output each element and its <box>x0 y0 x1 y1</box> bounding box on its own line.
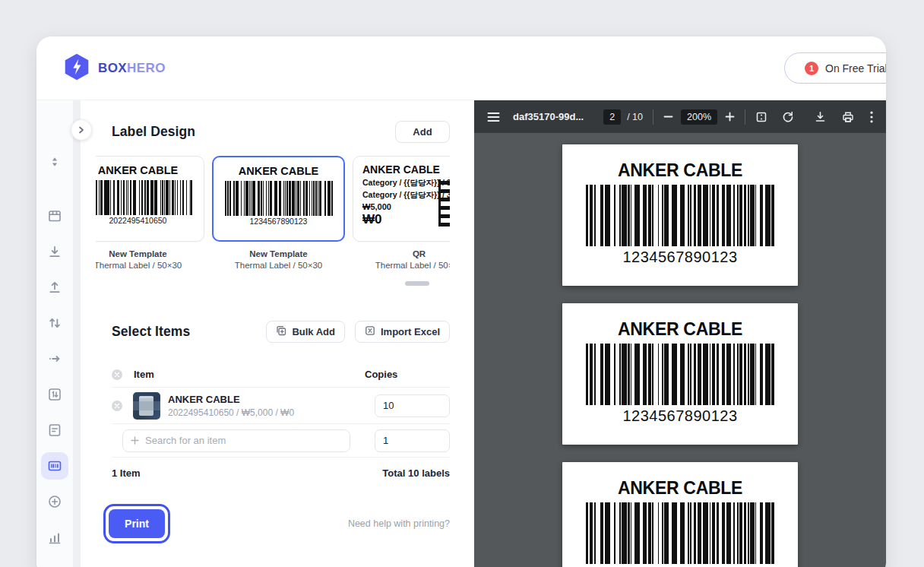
template-price: ₩5,000 <box>362 202 450 211</box>
template-barcode-value: 1234567890123 <box>214 217 343 226</box>
carousel-scroll-indicator[interactable] <box>405 281 429 286</box>
preview-label-page: ANKER CABLE 1234567890123 <box>562 144 798 286</box>
template-name: New Template <box>96 249 204 260</box>
pdf-page-area[interactable]: ANKER CABLE 1234567890123 ANKER CABLE 12… <box>474 133 886 567</box>
qr-code-thumbnail <box>438 179 450 226</box>
zoom-out-icon[interactable] <box>663 112 673 122</box>
item-count: 1 Item <box>112 467 141 479</box>
print-button-highlight-ring: Print <box>103 504 170 543</box>
select-items-title: Select Items <box>112 324 190 340</box>
sort-icon[interactable] <box>41 148 68 176</box>
toolbar-divider <box>653 109 653 125</box>
remove-item-button[interactable] <box>112 401 122 411</box>
pdf-filename: daf35170-99d... <box>513 111 584 122</box>
template-item-name: ANKER CABLE <box>214 165 343 177</box>
total-labels: Total 10 labels <box>382 467 450 479</box>
boxhero-logo-icon <box>64 53 90 84</box>
inventory-box-icon[interactable] <box>41 202 68 230</box>
pdf-more-options-icon[interactable] <box>870 111 873 123</box>
bulk-add-label: Bulk Add <box>292 326 335 337</box>
preview-barcode <box>586 185 774 246</box>
left-panel-scrollbar <box>73 100 81 567</box>
import-excel-label: Import Excel <box>381 326 440 337</box>
preview-label-page: ANKER CABLE 1234567890123 <box>562 303 798 445</box>
analytics-icon[interactable] <box>41 524 68 551</box>
pdf-menu-icon[interactable] <box>487 112 500 122</box>
template-name: QR <box>353 249 450 260</box>
column-header-item: Item <box>134 369 154 380</box>
stock-move-icon[interactable] <box>41 345 68 372</box>
fit-page-icon[interactable] <box>755 111 767 123</box>
copies-input[interactable] <box>375 394 450 417</box>
on-free-trial-pill[interactable]: 1 On Free Trial <box>784 52 886 84</box>
stock-in-icon[interactable] <box>41 238 68 265</box>
app-window: BOXHERO 1 On Free Trial <box>36 36 886 567</box>
preview-barcode <box>586 344 774 405</box>
template-total: ₩0 <box>362 212 450 227</box>
preview-barcode-value: 1234567890123 <box>622 249 737 266</box>
import-excel-button[interactable]: Import Excel <box>355 321 450 343</box>
stock-transfer-icon[interactable] <box>41 309 68 337</box>
boxhero-logo-text: BOXHERO <box>98 61 166 76</box>
selected-items-table: Item Copies ANKER CABLE 2022495410650 / … <box>112 368 450 458</box>
bulk-add-icon <box>276 325 286 338</box>
template-meta-line: Category / {{담당자}} / 3 <box>362 178 450 188</box>
print-button[interactable]: Print <box>109 509 165 538</box>
pdf-print-icon[interactable] <box>842 111 854 123</box>
item-details: 2022495410650 / ₩5,000 / ₩0 <box>168 407 294 418</box>
template-card-0[interactable]: ANKER CABLE 2022495410650 New Template T… <box>96 156 204 271</box>
expand-sidebar-button[interactable] <box>71 119 92 141</box>
pdf-page-input[interactable]: 2 <box>603 109 621 125</box>
barcode-label-icon-active[interactable] <box>41 452 68 480</box>
add-item-row <box>112 424 450 458</box>
template-card-2[interactable]: ANKER CABLE Category / {{담당자}} / 3 Categ… <box>353 156 450 271</box>
app-body: Label Design Add ANKER CABLE 20224954106… <box>36 100 886 567</box>
template-card-1-selected[interactable]: ANKER CABLE 1234567890123 New Template T… <box>212 156 345 271</box>
trial-alert-badge: 1 <box>805 62 818 75</box>
pdf-page-total: / 10 <box>627 112 643 122</box>
stock-out-icon[interactable] <box>41 274 68 301</box>
item-search-input[interactable] <box>145 435 342 446</box>
excel-icon <box>365 325 375 338</box>
sidebar-icon-rail <box>36 100 73 567</box>
data-center-icon[interactable] <box>41 559 68 567</box>
pdf-toolbar: daf35170-99d... 2 / 10 200% <box>474 100 886 133</box>
stock-adjust-icon[interactable] <box>41 381 68 408</box>
template-barcode-value: 2022495410650 <box>96 216 204 225</box>
add-template-button[interactable]: Add <box>395 121 450 143</box>
preview-label-title: ANKER CABLE <box>618 319 742 340</box>
preview-label-title: ANKER CABLE <box>618 160 742 181</box>
template-barcode <box>96 180 192 215</box>
item-row: ANKER CABLE 2022495410650 / ₩5,000 / ₩0 <box>112 388 450 424</box>
rotate-page-icon[interactable] <box>782 111 794 123</box>
template-barcode <box>225 181 333 216</box>
template-carousel: ANKER CABLE 2022495410650 New Template T… <box>96 156 450 286</box>
add-item-icon[interactable] <box>41 488 68 515</box>
template-item-name: ANKER CABLE <box>96 164 204 176</box>
bulk-add-button[interactable]: Bulk Add <box>266 321 345 343</box>
boxhero-logo[interactable]: BOXHERO <box>64 53 166 84</box>
app-header: BOXHERO 1 On Free Trial <box>36 36 886 100</box>
preview-barcode-value: 1234567890123 <box>622 407 737 425</box>
trial-label: On Free Trial <box>825 62 886 74</box>
clear-all-items-button[interactable] <box>112 369 122 380</box>
preview-barcode <box>586 502 774 564</box>
pdf-download-icon[interactable] <box>815 111 826 122</box>
column-header-copies: Copies <box>365 369 450 380</box>
item-search-box[interactable] <box>122 429 350 452</box>
purchase-order-icon[interactable] <box>41 417 68 444</box>
template-spec: Thermal Label / 50×30 <box>96 260 204 271</box>
preview-label-title: ANKER CABLE <box>618 478 742 499</box>
plus-icon <box>131 434 139 448</box>
item-name: ANKER CABLE <box>168 394 294 405</box>
printing-help-link[interactable]: Need help with printing? <box>348 518 450 529</box>
toolbar-divider <box>745 109 745 125</box>
template-name: New Template <box>212 249 345 260</box>
new-copies-input[interactable] <box>375 429 450 452</box>
label-design-title: Label Design <box>112 124 195 140</box>
preview-label-page: ANKER CABLE 1234567890123 <box>562 462 798 567</box>
zoom-in-icon[interactable] <box>725 112 735 122</box>
pdf-preview-panel: daf35170-99d... 2 / 10 200% <box>474 100 886 567</box>
label-print-panel: Label Design Add ANKER CABLE 20224954106… <box>81 100 474 567</box>
pdf-zoom-level: 200% <box>681 109 717 125</box>
